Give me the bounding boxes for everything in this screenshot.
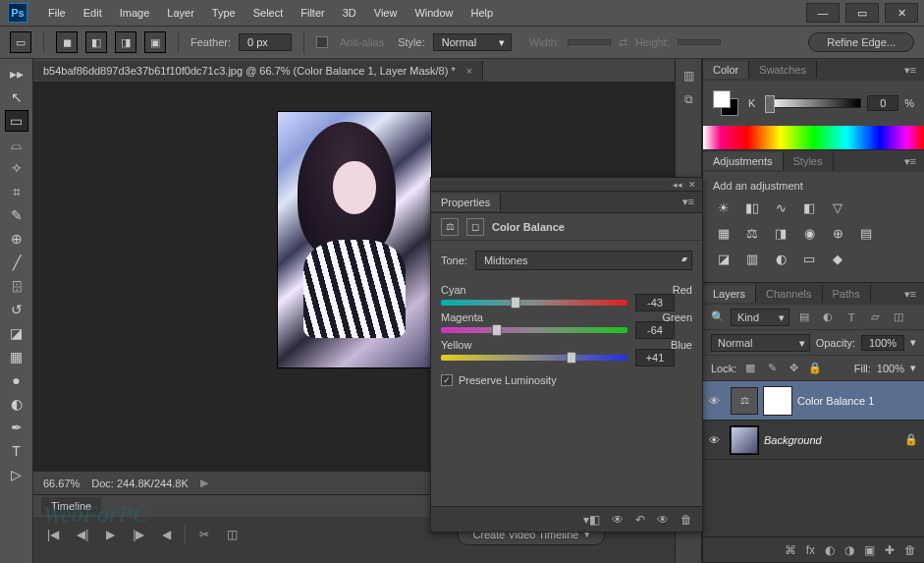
maximize-button[interactable]: ▭ [845,3,879,23]
zoom-level[interactable]: 66.67% [43,478,80,489]
vibrance-icon[interactable]: ▽ [827,197,848,217]
preserve-luminosity-checkbox[interactable]: ✓ [441,374,453,386]
yellow-blue-value[interactable]: +41 [635,349,675,366]
link-layers-icon[interactable]: ⌘ [785,543,796,557]
menu-help[interactable]: Help [462,3,503,23]
heal-tool-icon[interactable]: ⊕ [5,228,28,250]
hue-icon[interactable]: ▦ [713,223,734,243]
color-spectrum[interactable] [703,126,924,149]
marquee-subtract-icon[interactable]: ◨ [115,31,136,53]
photo-filter-icon[interactable]: ◉ [798,223,820,243]
next-frame-icon[interactable]: |▶ [129,526,148,543]
brush-tool-icon[interactable]: ╱ [5,252,28,273]
menu-view[interactable]: View [365,3,407,23]
document-tab[interactable]: b54baf86dd897d3e37b61f10f0dc71c3.jpg @ 6… [33,61,483,81]
close-tab-icon[interactable]: × [466,65,472,77]
k-value[interactable]: 0 [867,95,898,111]
lookup-icon[interactable]: ▤ [855,223,877,243]
bw-icon[interactable]: ◨ [770,223,791,243]
delete-layer-icon[interactable]: 🗑 [904,543,916,557]
antialias-checkbox[interactable] [316,36,328,48]
menu-select[interactable]: Select [245,3,293,23]
menu-file[interactable]: File [39,3,75,23]
style-select[interactable]: Normal [433,33,512,51]
invert-icon[interactable]: ◪ [713,249,734,268]
properties-menu-icon[interactable]: ▾≡ [682,196,702,208]
visibility-icon[interactable]: 👁 [709,395,725,407]
menu-type[interactable]: Type [203,3,245,23]
opacity-arrow-icon[interactable]: ▾ [910,336,916,349]
eraser-tool-icon[interactable]: ◪ [5,322,28,344]
play-icon[interactable]: ▶ [102,526,119,543]
fill-value[interactable]: 100% [877,363,904,374]
layer-fx-icon[interactable]: fx [806,543,815,557]
menu-filter[interactable]: Filter [292,3,333,23]
filter-smart-icon[interactable]: ◫ [890,310,907,325]
actions-panel-icon[interactable]: ⧉ [679,90,698,108]
gradient-tool-icon[interactable]: ▦ [5,346,28,367]
layers-tab[interactable]: Layers [703,285,756,303]
tone-select[interactable]: Midtones [475,251,692,270]
lasso-tool-icon[interactable]: ⌓ [5,134,28,155]
refine-edge-button[interactable]: Refine Edge... [808,32,914,52]
transition-icon[interactable]: ◫ [223,526,242,543]
levels-icon[interactable]: ▮▯ [741,197,763,217]
path-select-icon[interactable]: ▷ [5,464,28,485]
collapse-icon[interactable]: ▸▸ [5,63,28,84]
color-tab[interactable]: Color [703,61,749,79]
paths-tab[interactable]: Paths [823,285,871,303]
swatches-tab[interactable]: Swatches [749,61,817,79]
brightness-icon[interactable]: ☀ [713,197,734,217]
collapse-panel-icon[interactable]: ◂◂ [673,180,682,190]
clip-to-layer-icon[interactable]: ▾◧ [583,513,600,527]
layer-name[interactable]: Background [764,434,822,446]
opacity-value[interactable]: 100% [861,335,904,351]
wand-tool-icon[interactable]: ✧ [5,157,28,179]
feather-input[interactable]: 0 px [239,33,292,51]
prev-frame-icon[interactable]: ◀| [73,526,92,543]
reset-icon[interactable]: ↶ [635,513,645,527]
layer-mask-icon[interactable]: ◐ [825,543,835,557]
balance-icon[interactable]: ⚖ [741,223,763,243]
menu-3d[interactable]: 3D [334,3,365,23]
blur-tool-icon[interactable]: ● [5,369,28,391]
doc-info[interactable]: Doc: 244.8K/244.8K [91,478,188,489]
first-frame-icon[interactable]: |◀ [43,526,63,543]
magenta-green-slider[interactable]: -64 [441,327,627,333]
foreground-background-swatch[interactable] [713,90,738,116]
layer-row[interactable]: 👁 ⚖ Color Balance 1 [703,381,924,421]
minimize-button[interactable]: — [806,3,840,23]
view-previous-icon[interactable]: 👁 [612,513,624,527]
close-button[interactable]: ✕ [885,3,918,23]
marquee-tool-icon[interactable]: ▭ [5,110,28,132]
lock-all-icon[interactable]: 🔒 [807,362,823,374]
curves-icon[interactable]: ∿ [770,197,791,217]
filter-type-icon[interactable]: T [842,310,860,325]
channels-tab[interactable]: Channels [756,285,822,303]
lock-paint-icon[interactable]: ✎ [764,362,780,374]
menu-image[interactable]: Image [111,3,159,23]
selective-color-icon[interactable]: ◆ [827,249,848,268]
delete-adjustment-icon[interactable]: 🗑 [680,513,692,527]
cut-icon[interactable]: ✂ [195,526,213,543]
mask-icon[interactable]: ◻ [466,218,484,236]
eyedropper-tool-icon[interactable]: ✎ [5,204,28,226]
color-menu-icon[interactable]: ▾≡ [904,64,924,77]
dodge-tool-icon[interactable]: ◐ [5,393,28,415]
marquee-add-icon[interactable]: ◧ [85,31,107,53]
layer-row[interactable]: 👁 Background 🔒 [703,421,924,460]
tool-preset-icon[interactable]: ▭ [10,31,31,53]
history-panel-icon[interactable]: ▥ [679,67,698,84]
pen-tool-icon[interactable]: ✒ [5,417,28,438]
new-adjustment-icon[interactable]: ◑ [844,543,854,557]
move-tool-icon[interactable]: ↖ [5,86,28,108]
styles-tab[interactable]: Styles [784,152,834,170]
blend-mode-select[interactable]: Normal [711,334,810,352]
adjustments-menu-icon[interactable]: ▾≡ [904,155,924,168]
layer-thumb[interactable] [731,426,758,454]
menu-window[interactable]: Window [406,3,462,23]
layers-menu-icon[interactable]: ▾≡ [904,288,924,301]
adjustments-tab[interactable]: Adjustments [703,152,784,170]
menu-edit[interactable]: Edit [75,3,111,23]
yellow-blue-slider[interactable]: +41 [441,355,627,361]
